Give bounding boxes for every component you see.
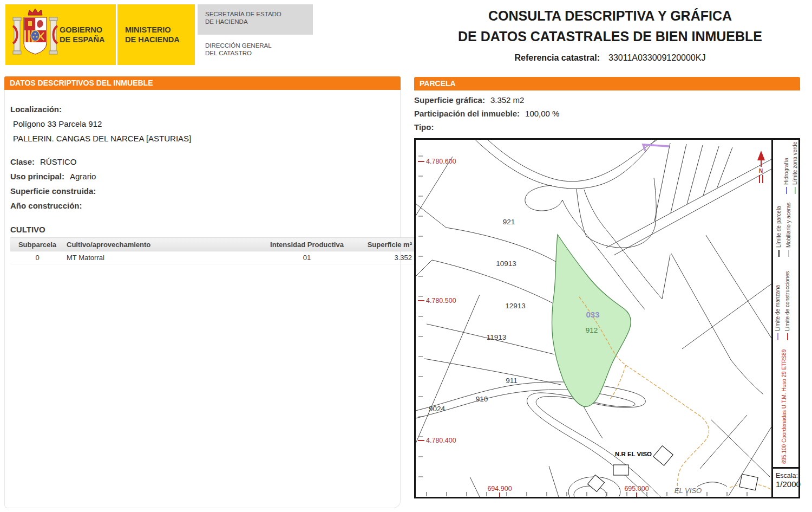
coord-4780400: 4.780.400 — [426, 437, 456, 444]
uso-field: Uso principal:Agrario — [10, 169, 392, 184]
table-row: 0 MT Matorral 01 3.352 — [10, 251, 414, 264]
col-intensidad: Intensidad Productiva — [264, 238, 350, 251]
anio-construccion-field: Año construcción: — [10, 198, 392, 213]
legend-hidrografia: Hidrografía — [783, 158, 790, 194]
cultivo-header-row: Subparcela Cultivo/aprovechamiento Inten… — [10, 238, 414, 251]
limite-parcela-swatch-icon — [778, 250, 780, 257]
tipo-field: Tipo: — [414, 120, 800, 134]
parcel-label-11913: 11913 — [487, 333, 507, 341]
referencia-catastral: Referencia catastral:33011A033009120000K… — [417, 53, 803, 63]
legend-zona-verde: Límite zona verde — [791, 142, 798, 195]
north-arrow-icon: N — [757, 151, 765, 183]
coord-4780600: 4.780.600 — [426, 158, 456, 165]
legend-limite-manzana: Límite de manzana — [774, 285, 781, 340]
spain-coat-of-arms-icon — [12, 8, 58, 62]
coord-694900: 694.900 — [487, 485, 512, 492]
cultivo-title: CULTIVO — [10, 225, 392, 234]
participacion-field: Participación del inmueble:100,00 % — [414, 107, 800, 120]
superficie-grafica-value: 3.352 m2 — [490, 95, 525, 105]
buildings — [588, 446, 758, 492]
col-subparcela: Subparcela — [10, 238, 64, 251]
map-drawing: 4.780.600 4.780.500 4.780.400 694.900 69… — [416, 140, 771, 497]
cell-superficie: 3.352 — [350, 251, 414, 264]
localizacion-label: Localización: — [10, 102, 392, 116]
cell-subparcela: 0 — [10, 251, 64, 264]
parcel-label-912: 912 — [586, 326, 598, 334]
limite-construcciones-swatch-icon — [787, 333, 788, 340]
title-line1: CONSULTA DESCRIPTIVA Y GRÁFICA — [417, 5, 803, 26]
cadastral-map[interactable]: 4.780.600 4.780.500 4.780.400 694.900 69… — [416, 140, 771, 497]
escala-value: 1/2000 — [776, 479, 798, 489]
participacion-value: 100,00 % — [525, 109, 559, 118]
superficie-construida-field: Superficie construida: — [10, 184, 392, 198]
localizacion-line1: Polígono 33 Parcela 912 — [10, 116, 392, 131]
cell-cultivo: MT Matorral — [64, 251, 264, 264]
direccion-line2: DEL CATASTRO — [205, 49, 313, 57]
utm-note: 695.100 Coordenadas U.T.M. Huso 29 ETRS8… — [781, 349, 788, 464]
parcel-label-910: 910 — [476, 395, 488, 403]
parcel-label-921: 921 — [503, 218, 515, 226]
title-line2: DE DATOS CATASTRALES DE BIEN INMUEBLE — [417, 26, 803, 47]
superficie-grafica-field: Superficie gráfica:3.352 m2 — [414, 93, 800, 107]
direccion-box: DIRECCIÓN GENERAL DEL CATASTRO — [198, 36, 313, 65]
datos-descriptivos-header: DATOS DESCRIPTIVOS DEL INMUEBLE — [4, 76, 401, 90]
parcel-label-911: 911 — [506, 377, 518, 385]
col-cultivo: Cultivo/aprovechamiento — [64, 238, 264, 251]
cell-intensidad: 01 — [264, 251, 350, 264]
gobierno-text: GOBIERNO DE ESPAÑA — [60, 25, 112, 44]
map-legend: Hidrografía Límite zona verde Límite de … — [771, 140, 798, 497]
limite-manzana-swatch-icon — [777, 333, 778, 340]
highlighted-parcel-912[interactable] — [552, 235, 631, 406]
parcela-header: PARCELA — [414, 77, 800, 90]
cadastral-map-figure: 4.780.600 4.780.500 4.780.400 694.900 69… — [414, 138, 800, 498]
escala-label: Escala: — [776, 472, 798, 479]
referencia-label: Referencia catastral: — [515, 53, 600, 62]
secretaria-line1: SECRETARÍA DE ESTADO — [205, 10, 313, 18]
north-letter: N — [759, 168, 763, 174]
parcela-fields: Superficie gráfica:3.352 m2 Participació… — [414, 93, 800, 134]
legend-limite-parcela: Límite de parcela — [775, 206, 782, 257]
datos-descriptivos-panel: DATOS DESCRIPTIVOS DEL INMUEBLE Localiza… — [4, 77, 401, 508]
gobierno-logo: GOBIERNO DE ESPAÑA MINISTERIO DE HACIEND… — [5, 4, 195, 65]
ministerio-text: MINISTERIO DE HACIENDA — [125, 25, 180, 44]
direccion-line1: DIRECCIÓN GENERAL — [205, 42, 313, 49]
col-superficie: Superficie m² — [350, 238, 414, 251]
manzana-label-033: 033 — [586, 310, 599, 319]
parcel-label-10913: 10913 — [496, 260, 516, 268]
hidrografia-swatch-icon — [786, 187, 787, 194]
scale-box: Escala: 1/2000 — [773, 467, 798, 497]
secretaria-line2: DE HACIENDA — [205, 18, 313, 25]
logo-divider — [116, 4, 117, 65]
secretaria-box: SECRETARÍA DE ESTADO DE HACIENDA — [198, 4, 313, 35]
coord-695000: 695.000 — [624, 485, 649, 492]
clase-value: RÚSTICO — [40, 157, 77, 166]
coord-4780500: 4.780.500 — [426, 297, 456, 304]
parcel-label-9024: 9024 — [429, 405, 446, 413]
zona-verde-swatch-icon — [795, 187, 796, 194]
village-label: N.R EL VISO — [615, 451, 652, 457]
cultivo-table: Subparcela Cultivo/aprovechamiento Inten… — [10, 237, 414, 264]
mobiliario-swatch-icon — [788, 250, 789, 257]
clase-field: Clase:RÚSTICO — [10, 154, 392, 169]
parcel-label-12913: 12913 — [505, 302, 526, 310]
legend-mobiliario: Mobiliario y aceras — [785, 203, 792, 257]
uso-value: Agrario — [70, 172, 96, 181]
document-title: CONSULTA DESCRIPTIVA Y GRÁFICA DE DATOS … — [417, 5, 803, 63]
place-label-el-viso: EL VISO — [675, 487, 702, 495]
localizacion-line2: PALLERIN. CANGAS DEL NARCEA [ASTURIAS] — [10, 131, 392, 146]
referencia-value: 33011A033009120000KJ — [608, 53, 705, 62]
legend-limite-construcciones: Límite de construcciones — [784, 271, 791, 340]
